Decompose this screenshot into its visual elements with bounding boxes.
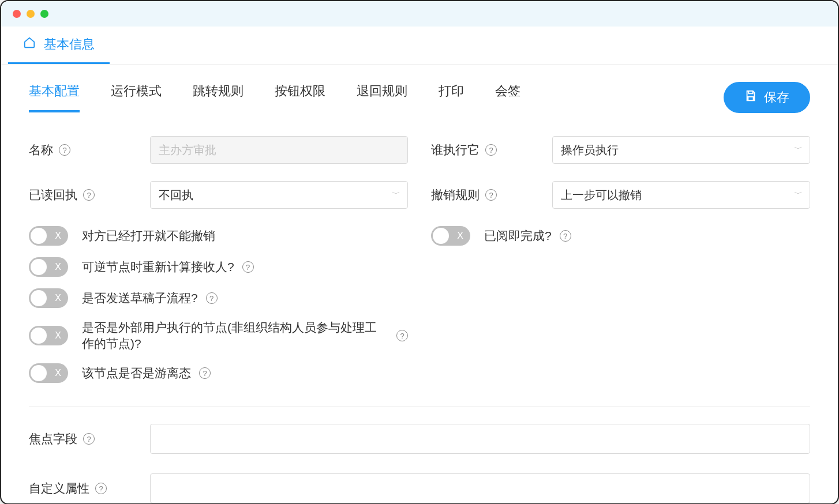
toggle-floating-node[interactable]: X <box>29 363 68 383</box>
select-value: 不回执 <box>159 187 193 203</box>
sub-tabs: 基本配置 运行模式 跳转规则 按钮权限 退回规则 打印 会签 <box>29 82 520 112</box>
toggle-knob <box>31 365 47 381</box>
help-icon[interactable]: ? <box>242 261 254 273</box>
who-executes-select[interactable]: 操作员执行 〉 <box>552 136 810 164</box>
help-icon[interactable]: ? <box>560 230 571 242</box>
chevron-down-icon: 〉 <box>792 146 803 154</box>
toggle-knob <box>31 259 47 275</box>
field-revoke-rule-row: 撤销规则 ? 上一步可以撤销 〉 <box>431 181 810 209</box>
maximize-window-button[interactable] <box>40 10 48 18</box>
field-read-receipt-label: 已读回执 ? <box>29 187 150 203</box>
toggle-knob <box>31 228 47 244</box>
help-icon[interactable]: ? <box>83 189 95 201</box>
field-name-row: 名称 ? <box>29 136 408 164</box>
toggle-col-right: X 已阅即完成? ? <box>431 226 810 383</box>
toggle-label-text: 可逆节点时重新计算接收人? <box>82 259 234 275</box>
top-tab-bar: 基本信息 <box>1 27 838 65</box>
toggle-row-external-user: X 是否是外部用户执行的节点(非组织结构人员参与处理工作的节点)? ? <box>29 319 408 352</box>
top-tab-basic-info[interactable]: 基本信息 <box>8 27 110 64</box>
help-icon[interactable]: ? <box>59 144 70 156</box>
top-tab-label: 基本信息 <box>44 36 95 53</box>
field-label-text: 已读回执 <box>29 187 77 203</box>
toggle-read-means-complete[interactable]: X <box>431 226 470 246</box>
sub-tab-print[interactable]: 打印 <box>439 82 464 112</box>
field-revoke-rule-label: 撤销规则 ? <box>431 187 552 203</box>
name-input <box>150 136 408 164</box>
toggle-row-floating: X 该节点是否是游离态 ? <box>29 363 408 383</box>
sub-tab-button-permissions[interactable]: 按钮权限 <box>275 82 325 112</box>
toggle-send-draft-subflow[interactable]: X <box>29 288 68 308</box>
field-label-text: 焦点字段 <box>29 431 77 447</box>
sub-tabs-row: 基本配置 运行模式 跳转规则 按钮权限 退回规则 打印 会签 保存 <box>29 82 810 113</box>
toggle-knob <box>31 290 47 306</box>
toggle-label: 对方已经打开就不能撤销 <box>82 228 215 244</box>
toggles-section: X 对方已经打开就不能撤销 X 可逆节点时重新计算接收人? <box>29 226 810 383</box>
help-icon[interactable]: ? <box>95 483 107 494</box>
toggle-label-text: 是否发送草稿子流程? <box>82 290 198 306</box>
chevron-down-icon: 〉 <box>390 191 400 199</box>
toggle-row-send-draft: X 是否发送草稿子流程? ? <box>29 288 408 308</box>
toggle-external-user-node[interactable]: X <box>29 326 68 345</box>
chevron-down-icon: 〉 <box>792 191 803 199</box>
field-custom-attr-row: 自定义属性 ? <box>29 473 810 503</box>
form-grid: 名称 ? 谁执行它 ? 操作员执行 〉 已读回执 ? <box>29 136 810 209</box>
help-icon[interactable]: ? <box>199 367 211 379</box>
sub-tab-run-mode[interactable]: 运行模式 <box>111 82 162 112</box>
toggle-row-cannot-revoke: X 对方已经打开就不能撤销 <box>29 226 408 246</box>
revoke-rule-select[interactable]: 上一步可以撤销 〉 <box>552 181 810 209</box>
close-window-button[interactable] <box>13 10 21 18</box>
toggle-label-text: 已阅即完成? <box>484 228 552 244</box>
home-icon <box>23 36 36 52</box>
field-custom-attr-label: 自定义属性 ? <box>29 480 150 497</box>
custom-attr-input[interactable] <box>150 473 810 503</box>
toggle-knob <box>433 228 449 244</box>
save-button-label: 保存 <box>764 89 789 106</box>
select-value: 上一步可以撤销 <box>561 187 642 203</box>
toggle-label: 该节点是否是游离态 ? <box>82 365 211 381</box>
window-titlebar <box>1 1 838 27</box>
field-focus-field-label: 焦点字段 ? <box>29 431 150 447</box>
help-icon[interactable]: ? <box>83 433 95 445</box>
toggle-grid: X 对方已经打开就不能撤销 X 可逆节点时重新计算接收人? <box>29 226 810 383</box>
field-label-text: 名称 <box>29 142 53 158</box>
toggle-off-mark: X <box>55 293 61 303</box>
help-icon[interactable]: ? <box>396 330 408 341</box>
field-label-text: 谁执行它 <box>431 142 480 158</box>
toggle-off-mark: X <box>55 330 61 341</box>
toggle-row-read-complete: X 已阅即完成? ? <box>431 226 810 246</box>
toggle-off-mark: X <box>55 368 61 378</box>
toggle-label: 是否发送草稿子流程? ? <box>82 290 218 306</box>
help-icon[interactable]: ? <box>206 292 218 304</box>
toggle-off-mark: X <box>55 262 61 272</box>
focus-field-input[interactable] <box>150 424 810 454</box>
field-name-label: 名称 ? <box>29 142 150 158</box>
sub-tab-jump-rules[interactable]: 跳转规则 <box>193 82 244 112</box>
toggle-cannot-revoke-after-open[interactable]: X <box>29 226 68 246</box>
sub-tab-countersign[interactable]: 会签 <box>495 82 520 112</box>
wide-fields-section: 焦点字段 ? 自定义属性 ? <box>29 406 810 503</box>
toggle-label: 已阅即完成? ? <box>484 228 571 244</box>
toggle-col-left: X 对方已经打开就不能撤销 X 可逆节点时重新计算接收人? <box>29 226 408 383</box>
read-receipt-select[interactable]: 不回执 〉 <box>150 181 408 209</box>
help-icon[interactable]: ? <box>485 144 497 156</box>
field-label-text: 撤销规则 <box>431 187 480 203</box>
toggle-label: 是否是外部用户执行的节点(非组织结构人员参与处理工作的节点)? ? <box>82 319 408 352</box>
help-icon[interactable]: ? <box>485 189 497 201</box>
toggle-recompute-receiver[interactable]: X <box>29 257 68 277</box>
toggle-off-mark: X <box>457 231 463 241</box>
sub-tab-return-rules[interactable]: 退回规则 <box>357 82 407 112</box>
select-value: 操作员执行 <box>561 142 619 158</box>
save-button[interactable]: 保存 <box>724 82 810 113</box>
minimize-window-button[interactable] <box>27 10 35 18</box>
field-read-receipt-row: 已读回执 ? 不回执 〉 <box>29 181 408 209</box>
toggle-label-text: 该节点是否是游离态 <box>82 365 191 381</box>
field-who-executes-row: 谁执行它 ? 操作员执行 〉 <box>431 136 810 164</box>
field-who-executes-label: 谁执行它 ? <box>431 142 552 158</box>
toggle-label-text: 对方已经打开就不能撤销 <box>82 228 215 244</box>
save-icon <box>744 89 757 106</box>
content-area: 基本配置 运行模式 跳转规则 按钮权限 退回规则 打印 会签 保存 名称 ? <box>1 65 838 503</box>
toggle-knob <box>31 328 47 344</box>
toggle-off-mark: X <box>55 231 61 241</box>
sub-tab-basic-config[interactable]: 基本配置 <box>29 82 80 112</box>
toggle-row-recompute-receiver: X 可逆节点时重新计算接收人? ? <box>29 257 408 277</box>
